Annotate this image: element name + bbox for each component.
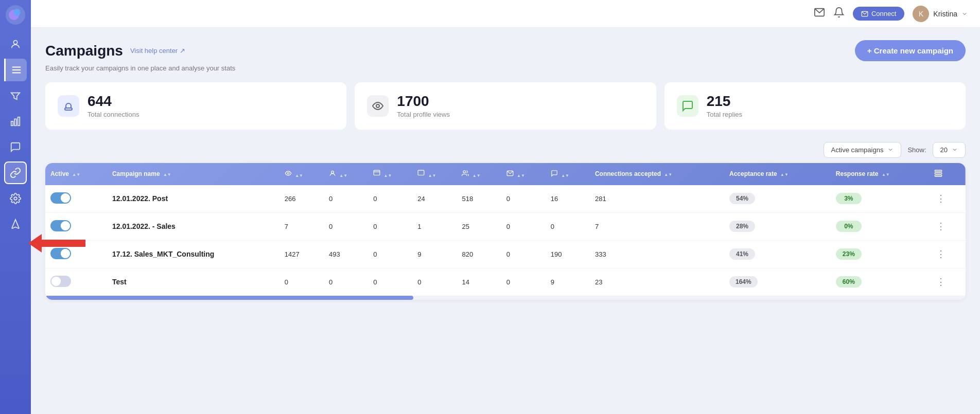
app-logo[interactable] xyxy=(6,5,25,25)
sidebar-item-launch[interactable] xyxy=(4,213,27,236)
col5-cell: 25 xyxy=(457,212,501,240)
campaign-toggle-1[interactable] xyxy=(50,220,71,231)
svg-point-11 xyxy=(14,197,17,200)
svg-point-17 xyxy=(331,171,334,173)
col-connections-accepted[interactable]: Connections accepted ▲▼ xyxy=(590,163,724,185)
replies-icon xyxy=(677,95,698,117)
sidebar-item-link[interactable] xyxy=(4,161,27,184)
table-row: Test 0 0 0 0 14 0 9 23 164% 60% ⋮ xyxy=(45,268,966,296)
campaign-name: Test xyxy=(112,278,127,286)
sidebar-item-filter[interactable] xyxy=(4,84,27,107)
col-active[interactable]: Active ▲▼ xyxy=(45,163,107,185)
actions-cell: ⋮ xyxy=(929,212,966,240)
col1-cell: 7 xyxy=(279,212,324,240)
row-actions-menu[interactable]: ⋮ xyxy=(934,277,948,287)
filter-chevron-icon xyxy=(887,147,894,153)
connections-cell: 333 xyxy=(590,240,724,268)
title-area: Campaigns Visit help center ↗ xyxy=(45,43,185,59)
views-icon xyxy=(367,95,389,117)
acceptance-rate-badge: 54% xyxy=(729,193,755,204)
col3-cell: 0 xyxy=(368,185,412,213)
sidebar-item-profile[interactable] xyxy=(4,33,27,56)
col6-cell: 0 xyxy=(501,185,546,213)
sidebar-item-campaigns[interactable] xyxy=(4,59,27,81)
col1-cell: 0 xyxy=(279,268,324,296)
col-acceptance-rate[interactable]: Acceptance rate ▲▼ xyxy=(724,163,831,185)
page-content: Campaigns Visit help center ↗ + Create n… xyxy=(31,28,980,414)
col1-cell: 1427 xyxy=(279,240,324,268)
svg-point-3 xyxy=(13,41,17,44)
col-messages1[interactable]: ▲▼ xyxy=(368,163,412,185)
svg-rect-20 xyxy=(418,170,424,175)
col-messages2[interactable]: ▲▼ xyxy=(412,163,457,185)
col2-cell: 493 xyxy=(324,240,368,268)
create-campaign-button[interactable]: + Create new campaign xyxy=(855,40,966,61)
sidebar-item-messages[interactable] xyxy=(4,136,27,158)
col2-cell: 0 xyxy=(324,268,368,296)
col4-cell: 1 xyxy=(412,212,457,240)
col5-cell: 518 xyxy=(457,185,501,213)
row-toggle-cell xyxy=(45,240,107,268)
row-actions-menu[interactable]: ⋮ xyxy=(934,193,948,204)
user-avatar: K xyxy=(913,6,929,22)
sidebar-item-settings[interactable] xyxy=(4,187,27,210)
col-response-rate[interactable]: Response rate ▲▼ xyxy=(831,163,930,185)
show-label: Show: xyxy=(907,146,926,154)
campaign-name: 12.01.2022. Post xyxy=(112,194,168,203)
campaign-name-cell: 12.01.2022. - Sales xyxy=(107,212,279,240)
col2-cell: 0 xyxy=(324,212,368,240)
scroll-thumb[interactable] xyxy=(45,296,413,300)
col5-cell: 820 xyxy=(457,240,501,268)
sidebar-item-analytics[interactable] xyxy=(4,110,27,133)
response-rate-badge: 23% xyxy=(836,248,862,260)
response-rate-cell: 60% xyxy=(831,268,930,296)
svg-point-16 xyxy=(287,172,289,174)
campaign-toggle-0[interactable] xyxy=(50,192,71,204)
row-actions-menu[interactable]: ⋮ xyxy=(934,249,948,259)
user-name: Kristina xyxy=(933,10,957,18)
col-views[interactable]: ▲▼ xyxy=(279,163,324,185)
stats-row: 644 Total connections 1700 Total profile… xyxy=(45,82,966,130)
campaign-toggle-2[interactable] xyxy=(50,248,71,259)
col6-cell: 0 xyxy=(501,240,546,268)
help-link[interactable]: Visit help center ↗ xyxy=(130,47,185,55)
col7-cell: 16 xyxy=(546,185,590,213)
campaign-toggle-3[interactable] xyxy=(50,276,71,287)
acceptance-rate-badge: 28% xyxy=(729,221,755,232)
stat-replies-data: 215 Total replies xyxy=(707,94,742,118)
connect-label: Connect xyxy=(871,10,896,17)
col-invites[interactable]: ▲▼ xyxy=(324,163,368,185)
svg-rect-23 xyxy=(935,170,942,172)
page-subtitle: Easily track your campaigns in one place… xyxy=(45,64,966,72)
acceptance-rate-cell: 41% xyxy=(724,240,831,268)
svg-rect-25 xyxy=(935,175,942,176)
campaign-filter-dropdown[interactable]: Active campaigns xyxy=(824,142,902,158)
mail-icon[interactable] xyxy=(814,7,825,21)
row-actions-menu[interactable]: ⋮ xyxy=(934,221,948,231)
col7-cell: 9 xyxy=(546,268,590,296)
col7-cell: 0 xyxy=(546,212,590,240)
campaign-name-cell: Test xyxy=(107,268,279,296)
svg-rect-10 xyxy=(18,117,20,126)
col6-cell: 0 xyxy=(501,268,546,296)
connections-number: 644 xyxy=(87,94,139,110)
connect-button[interactable]: Connect xyxy=(853,7,904,21)
sidebar xyxy=(0,0,31,414)
col-campaign-name[interactable]: Campaign name ▲▼ xyxy=(107,163,279,185)
table-controls: Active campaigns Show: 20 xyxy=(45,142,966,158)
connections-cell: 281 xyxy=(590,185,724,213)
col-inmails[interactable]: ▲▼ xyxy=(501,163,546,185)
actions-cell: ⋮ xyxy=(929,185,966,213)
stat-connections-data: 644 Total connections xyxy=(87,94,139,118)
col-replies[interactable]: ▲▼ xyxy=(546,163,590,185)
user-menu[interactable]: K Kristina xyxy=(913,6,968,22)
response-rate-cell: 3% xyxy=(831,185,930,213)
show-count-dropdown[interactable]: 20 xyxy=(933,142,966,158)
col-connections-sent[interactable]: ▲▼ xyxy=(457,163,501,185)
col6-cell: 0 xyxy=(501,212,546,240)
row-toggle-cell xyxy=(45,212,107,240)
response-rate-badge: 0% xyxy=(836,221,862,232)
row-toggle-cell xyxy=(45,185,107,213)
bell-icon[interactable] xyxy=(833,7,845,21)
horizontal-scrollbar[interactable] xyxy=(45,296,966,300)
